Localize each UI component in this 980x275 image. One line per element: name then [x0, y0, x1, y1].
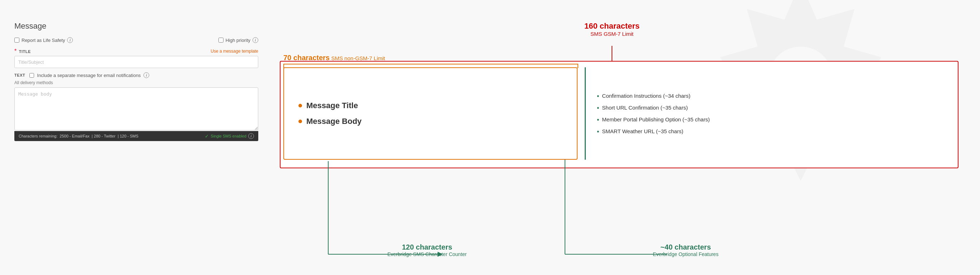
- feature-item-1: • Confirmation Instructions (~34 chars): [597, 93, 948, 100]
- check-icon: ✓: [205, 134, 209, 139]
- section-title: Message: [14, 22, 258, 31]
- message-body-text: Message Body: [306, 117, 361, 126]
- char-remaining-text: Characters remaining: 2500 - Email/Fax |…: [19, 134, 138, 138]
- bullet-4: •: [597, 128, 599, 135]
- high-priority-checkbox[interactable]: [218, 38, 223, 43]
- bullet-1: •: [597, 93, 599, 100]
- chars-120-bold: 120 characters: [387, 243, 467, 251]
- message-body-textarea[interactable]: [14, 87, 258, 130]
- text-field-row: TEXT Include a separate message for emai…: [14, 72, 258, 78]
- high-priority-info-icon[interactable]: i: [253, 37, 258, 43]
- message-body-item: Message Body: [298, 117, 361, 126]
- chars-70-bold: 70 characters: [283, 54, 330, 62]
- title-input[interactable]: [14, 56, 258, 68]
- message-title-item: Message Title: [298, 101, 361, 110]
- high-priority-label[interactable]: High priority i: [218, 37, 258, 43]
- chars-160-bold: 160 characters: [584, 22, 640, 31]
- email-info-icon[interactable]: i: [143, 72, 149, 78]
- title-field-row: * TITLE Use a message template: [14, 48, 258, 54]
- annotation-160: 160 characters SMS GSM-7 Limit: [584, 22, 640, 37]
- title-label: * TITLE: [14, 48, 31, 54]
- sms-enabled-status: ✓ Single SMS enabled i: [205, 133, 254, 139]
- bullet-3: •: [597, 117, 599, 123]
- feature-item-2: • Short URL Confirmation (~35 chars): [597, 104, 948, 111]
- features-list: • Confirmation Instructions (~34 chars) …: [590, 71, 955, 157]
- feature-item-4: • SMART Weather URL (~35 chars): [597, 128, 948, 135]
- sms-info-icon[interactable]: i: [248, 133, 254, 139]
- bullet-2: •: [597, 105, 599, 111]
- feature-text-1: Confirmation Instructions (~34 chars): [602, 93, 690, 99]
- annotation-40: ~40 characters Everbridge Optional Featu…: [653, 243, 719, 257]
- include-email-checkbox[interactable]: [29, 73, 34, 78]
- chars-40-bold: ~40 characters: [653, 243, 719, 251]
- diagram-area: 160 characters SMS GSM-7 Limit 70 charac…: [258, 22, 966, 261]
- report-life-safety-label[interactable]: Report as Life Safety i: [14, 37, 73, 43]
- report-life-safety-checkbox[interactable]: [14, 38, 19, 43]
- box-orange-inner: Message Title Message Body: [283, 67, 578, 160]
- annotation-120: 120 characters Everbridge SMS Character …: [387, 243, 467, 257]
- orange-dot-body: [298, 120, 302, 123]
- chars-70-sub: SMS non-GSM-7 Limit: [331, 55, 385, 61]
- use-template-link[interactable]: Use a message template: [210, 49, 258, 54]
- feature-item-3: • Member Portal Publishing Option (~35 c…: [597, 116, 948, 123]
- feature-text-4: SMART Weather URL (~35 chars): [602, 128, 683, 134]
- message-form-panel: Message Report as Life Safety i High pri…: [14, 22, 258, 261]
- char-bar: Characters remaining: 2500 - Email/Fax |…: [14, 131, 258, 141]
- annotation-70: 70 characters SMS non-GSM-7 Limit: [283, 54, 385, 62]
- delivery-methods-label: All delivery methods: [14, 80, 258, 85]
- orange-dot-title: [298, 104, 302, 107]
- message-title-text: Message Title: [306, 101, 358, 110]
- feature-text-3: Member Portal Publishing Option (~35 cha…: [602, 116, 710, 122]
- bracket-70-line: [283, 64, 578, 65]
- chars-160-sub: SMS GSM-7 Limit: [584, 31, 640, 37]
- form-checks-row: Report as Life Safety i High priority i: [14, 37, 258, 43]
- green-divider: [585, 67, 586, 160]
- message-preview: Message Title Message Body: [298, 101, 361, 126]
- chars-120-sub: Everbridge SMS Character Counter: [387, 251, 467, 257]
- include-email-label: Include a separate message for email not…: [37, 73, 141, 78]
- life-safety-info-icon[interactable]: i: [67, 37, 73, 43]
- feature-text-2: Short URL Confirmation (~35 chars): [602, 104, 688, 111]
- chars-40-sub: Everbridge Optional Features: [653, 251, 719, 257]
- bracket-70-right: [578, 64, 578, 68]
